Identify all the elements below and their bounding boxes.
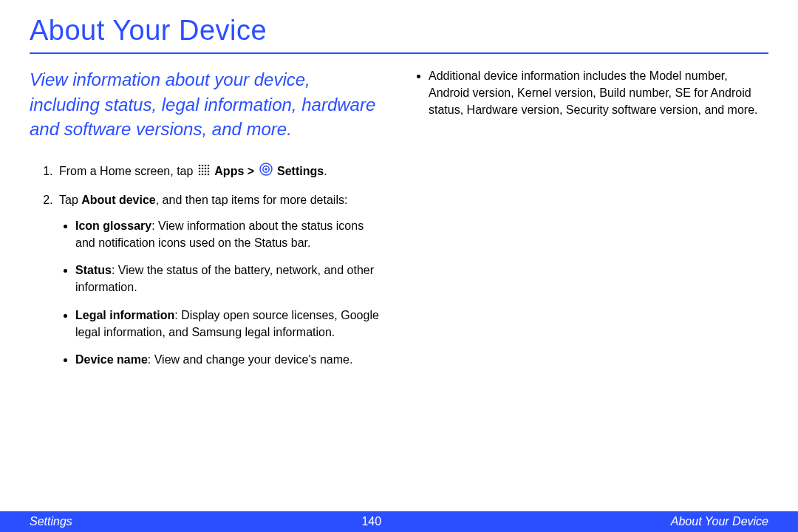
intro-text: View information about your device, incl… — [30, 67, 384, 142]
step-1-apps: Apps — [214, 165, 244, 177]
step-1: From a Home screen, tap Apps > — [56, 163, 384, 181]
item-label: Icon glossary — [75, 219, 151, 232]
step-1-settings: Settings — [277, 165, 324, 177]
item-label: Status — [75, 264, 112, 276]
settings-gear-icon — [259, 163, 273, 180]
svg-point-14 — [205, 174, 207, 176]
step-2-bold: About device — [81, 194, 155, 206]
svg-point-10 — [205, 171, 207, 173]
svg-point-4 — [199, 168, 201, 170]
title-rule — [30, 52, 768, 54]
svg-point-8 — [199, 171, 201, 173]
step-1-prefix: From a Home screen, tap — [59, 165, 197, 177]
details-list: Icon glossary: View information about th… — [59, 217, 384, 368]
svg-point-11 — [208, 171, 210, 173]
list-item: Icon glossary: View information about th… — [75, 217, 384, 251]
left-column: View information about your device, incl… — [30, 67, 384, 378]
svg-point-3 — [208, 165, 210, 167]
right-column: Additional device information includes t… — [414, 67, 768, 378]
list-item: Device name: View and change your device… — [75, 351, 384, 368]
svg-point-5 — [202, 168, 204, 170]
list-item: Legal information: Display open source l… — [75, 307, 384, 341]
svg-point-2 — [205, 165, 207, 167]
item-desc: : View and change your device's name. — [148, 353, 353, 366]
step-1-suffix: . — [324, 165, 327, 177]
step-2: Tap About device, and then tap items for… — [56, 191, 384, 369]
list-item: Additional device information includes t… — [429, 67, 768, 119]
svg-point-1 — [202, 165, 204, 167]
svg-point-0 — [199, 165, 201, 167]
list-item: Status: View the status of the battery, … — [75, 262, 384, 296]
svg-point-18 — [265, 168, 267, 171]
footer-page-number: 140 — [361, 515, 381, 528]
apps-grid-icon — [198, 163, 210, 180]
item-label: Device name — [75, 353, 148, 366]
page-title: About Your Device — [30, 15, 768, 47]
step-2-suffix: , and then tap items for more details: — [156, 194, 348, 206]
right-list: Additional device information includes t… — [414, 67, 768, 119]
svg-point-15 — [208, 174, 210, 176]
svg-point-6 — [205, 168, 207, 170]
page-footer: Settings 140 About Your Device — [0, 511, 798, 532]
step-2-prefix: Tap — [59, 194, 81, 206]
item-label: Legal information — [75, 309, 174, 321]
step-1-sep: > — [248, 165, 258, 177]
footer-right: About Your Device — [671, 515, 768, 528]
svg-point-13 — [202, 174, 204, 176]
content-columns: View information about your device, incl… — [30, 67, 768, 378]
svg-point-7 — [208, 168, 210, 170]
item-desc: : View the status of the battery, networ… — [75, 264, 374, 293]
footer-left: Settings — [30, 515, 72, 528]
svg-point-9 — [202, 171, 204, 173]
steps-list: From a Home screen, tap Apps > — [30, 163, 384, 368]
svg-point-12 — [199, 174, 201, 176]
